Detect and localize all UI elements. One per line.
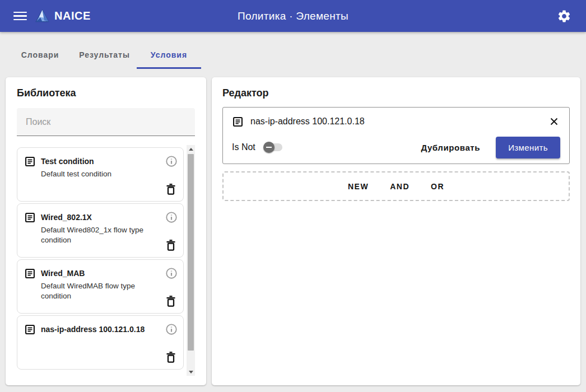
condition-title: Test condition bbox=[41, 156, 94, 167]
menu-icon[interactable] bbox=[13, 10, 27, 23]
list-item-wired-mab[interactable]: Wired_MAB Default WiredMAB flow type con… bbox=[17, 259, 184, 314]
condition-subtitle: Default Wired802_1x flow type condition bbox=[41, 225, 161, 245]
condition-list: Test condition Default test condition bbox=[17, 147, 184, 372]
library-panel: Библиотека Test condition bbox=[6, 77, 206, 385]
editor-condition-name: nas-ip-address 100.121.0.18 bbox=[250, 116, 365, 127]
edit-button[interactable]: Изменить bbox=[496, 137, 560, 158]
scroll-down-arrow[interactable] bbox=[187, 367, 195, 376]
tab-conditions[interactable]: Условия bbox=[137, 42, 201, 69]
document-icon bbox=[24, 156, 36, 167]
library-title: Библиотека bbox=[17, 87, 195, 99]
condition-editor-card: nas-ip-address 100.121.0.18 Is Not Дубли… bbox=[222, 107, 570, 164]
list-item-test-condition[interactable]: Test condition Default test condition bbox=[17, 147, 184, 202]
gear-icon[interactable] bbox=[557, 9, 571, 24]
tab-bar: Словари Результаты Условия bbox=[8, 42, 586, 69]
is-not-label: Is Not bbox=[232, 142, 255, 152]
condition-subtitle: Default test condition bbox=[41, 169, 161, 179]
condition-title: nas-ip-address 100.121.0.18 bbox=[41, 324, 145, 335]
condition-title: Wired_MAB bbox=[41, 268, 85, 279]
new-button[interactable]: NEW bbox=[341, 178, 375, 195]
list-scrollbar[interactable] bbox=[187, 145, 195, 376]
info-icon[interactable] bbox=[165, 323, 178, 335]
list-item-wired-8021x[interactable]: Wired_802.1X Default Wired802_1x flow ty… bbox=[17, 203, 184, 258]
toggle-thumb-minus-icon bbox=[263, 142, 275, 153]
main-content: Библиотека Test condition bbox=[0, 69, 586, 385]
document-icon bbox=[232, 116, 244, 128]
scroll-up-arrow[interactable] bbox=[187, 145, 195, 153]
brand-name: NAICE bbox=[54, 10, 91, 22]
info-icon[interactable] bbox=[165, 267, 178, 279]
condition-list-wrap: Test condition Default test condition bbox=[17, 145, 195, 376]
brand[interactable]: NAICE bbox=[35, 8, 91, 24]
naice-logo-icon bbox=[35, 8, 50, 24]
tab-dictionaries[interactable]: Словари bbox=[8, 42, 72, 69]
or-button[interactable]: OR bbox=[424, 178, 451, 195]
condition-subtitle: Default WiredMAB flow type condition bbox=[41, 281, 161, 301]
editor-panel: Редактор nas-ip-address 100.121.0.18 I bbox=[212, 77, 580, 385]
editor-title: Редактор bbox=[222, 87, 570, 99]
info-icon[interactable] bbox=[165, 211, 178, 223]
document-icon bbox=[24, 268, 36, 279]
add-condition-dropzone[interactable]: NEW AND OR bbox=[222, 171, 570, 201]
duplicate-button[interactable]: Дублировать bbox=[413, 137, 488, 158]
close-icon[interactable] bbox=[548, 115, 560, 128]
app-bar: NAICE Политика · Элементы bbox=[0, 0, 586, 32]
condition-title: Wired_802.1X bbox=[41, 212, 92, 223]
info-icon[interactable] bbox=[165, 155, 178, 167]
trash-icon[interactable] bbox=[164, 183, 178, 196]
search-input[interactable] bbox=[26, 117, 186, 127]
and-button[interactable]: AND bbox=[383, 178, 416, 195]
is-not-toggle[interactable] bbox=[263, 142, 282, 153]
search-field[interactable] bbox=[17, 108, 195, 136]
trash-icon[interactable] bbox=[164, 295, 178, 308]
document-icon bbox=[24, 212, 36, 223]
scrollbar-thumb[interactable] bbox=[188, 154, 194, 351]
tab-results[interactable]: Результаты bbox=[72, 42, 137, 69]
list-item-nas-ip-address[interactable]: nas-ip-address 100.121.0.18 bbox=[17, 315, 184, 370]
document-icon bbox=[24, 324, 36, 335]
trash-icon[interactable] bbox=[164, 351, 178, 364]
trash-icon[interactable] bbox=[164, 239, 178, 252]
